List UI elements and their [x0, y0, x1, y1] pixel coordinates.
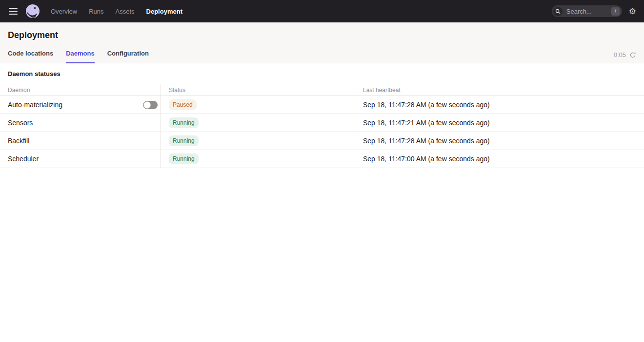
nav-item-overview[interactable]: Overview	[46, 5, 82, 18]
tab-code-locations[interactable]: Code locations	[8, 50, 53, 63]
section-heading: Daemon statuses	[0, 63, 644, 84]
nav-item-assets[interactable]: Assets	[111, 5, 140, 18]
table-row: Auto-materializing Paused Sep 18, 11:47:…	[0, 96, 644, 114]
refresh-icon[interactable]	[629, 52, 636, 58]
column-header-daemon: Daemon	[0, 84, 161, 95]
table-row: Scheduler Running Sep 18, 11:47:00 AM (a…	[0, 150, 644, 168]
nav-item-runs[interactable]: Runs	[84, 5, 108, 18]
heartbeat-text: Sep 18, 11:47:21 AM (a few seconds ago)	[363, 119, 490, 127]
table-row: Backfill Running Sep 18, 11:47:28 AM (a …	[0, 132, 644, 150]
status-badge: Paused	[169, 99, 197, 110]
top-nav: Overview Runs Assets Deployment Search..…	[0, 0, 644, 22]
table-row: Sensors Running Sep 18, 11:47:21 AM (a f…	[0, 114, 644, 132]
search-input[interactable]: Search... /	[552, 5, 622, 17]
search-placeholder: Search...	[566, 8, 611, 15]
daemon-enable-toggle[interactable]	[143, 101, 158, 109]
refresh-countdown: 0:05	[614, 51, 626, 58]
primary-nav-links: Overview Runs Assets Deployment	[46, 5, 187, 18]
daemon-name: Auto-materializing	[8, 101, 62, 109]
daemon-status-table: Daemon Status Last heartbeat Auto-materi…	[0, 84, 644, 168]
status-badge: Running	[169, 135, 199, 146]
status-badge: Running	[169, 153, 199, 164]
tab-configuration[interactable]: Configuration	[107, 50, 149, 63]
hamburger-menu-icon[interactable]	[9, 8, 18, 15]
search-icon	[553, 7, 563, 16]
nav-item-deployment[interactable]: Deployment	[141, 5, 187, 18]
daemon-name: Scheduler	[8, 155, 39, 163]
status-badge: Running	[169, 117, 199, 128]
dagster-logo-icon[interactable]	[25, 4, 40, 19]
daemon-name: Backfill	[8, 137, 29, 145]
column-header-last-heartbeat: Last heartbeat	[355, 84, 644, 95]
tab-bar: Code locations Daemons Configuration 0:0…	[0, 48, 644, 63]
page-title: Deployment	[0, 22, 644, 48]
table-header-row: Daemon Status Last heartbeat	[0, 84, 644, 96]
search-shortcut-key: /	[611, 7, 620, 16]
page-header: Deployment Code locations Daemons Config…	[0, 22, 644, 63]
column-header-status: Status	[161, 84, 355, 95]
heartbeat-text: Sep 18, 11:47:28 AM (a few seconds ago)	[363, 137, 490, 145]
daemon-name: Sensors	[8, 119, 33, 127]
settings-gear-icon[interactable]: ⚙	[629, 7, 636, 16]
tab-daemons[interactable]: Daemons	[66, 50, 95, 63]
heartbeat-text: Sep 18, 11:47:28 AM (a few seconds ago)	[363, 101, 490, 109]
auto-refresh-area: 0:05	[614, 51, 636, 63]
toggle-knob	[143, 101, 151, 109]
heartbeat-text: Sep 18, 11:47:00 AM (a few seconds ago)	[363, 155, 490, 163]
